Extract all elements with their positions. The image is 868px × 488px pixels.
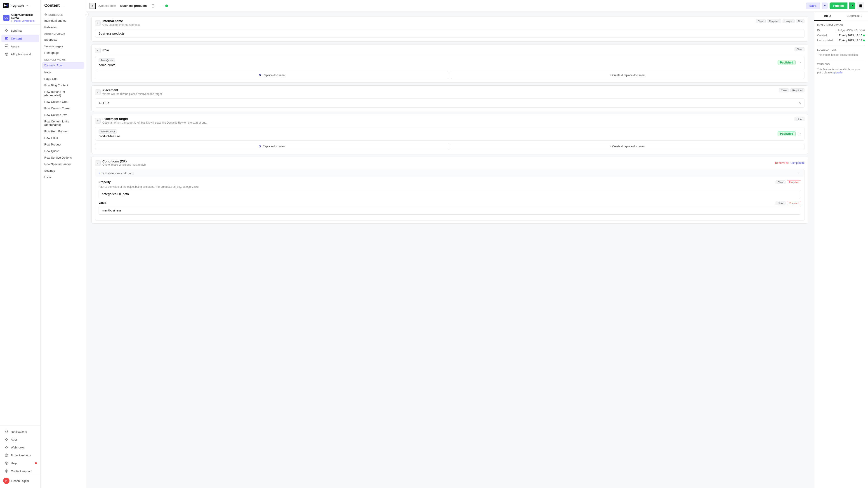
sidebar-item-schema[interactable]: Schema [1,27,39,34]
placement-collapse[interactable]: ▾ [95,90,101,95]
component-button[interactable]: Component [790,161,804,164]
placement-clear-tag[interactable]: Clear [779,88,789,92]
sidebar-item-webhooks[interactable]: Webhooks [1,444,39,451]
logo-menu-dots[interactable]: ··· [26,3,30,8]
remove-all-button[interactable]: Remove all [775,161,789,164]
row-clear-tag[interactable]: Clear [795,47,804,51]
row-column-three-link[interactable]: Row Column Three [41,105,86,111]
internal-name-body [92,29,808,41]
internal-name-clear-tag[interactable]: Clear [756,19,766,23]
sidebar-item-apps[interactable]: Apps [1,435,39,443]
conditions-collapse[interactable]: ▾ [95,160,101,166]
row-special-banner-link[interactable]: Row Special Banner [41,161,86,167]
publish-dropdown-button[interactable] [849,2,855,9]
svg-rect-14 [7,440,8,441]
placement-target-item-tag: Row Product [98,129,117,133]
sidebar-item-api[interactable]: API playground [1,51,39,58]
user-area[interactable]: R Reach Digital [0,475,40,486]
sidebar-item-content[interactable]: Content [1,35,39,42]
row-links-link[interactable]: Row Links [41,135,86,141]
tab-info[interactable]: INFO [814,12,841,21]
placement-target-label: Placement target [102,117,207,121]
row-column-two-link[interactable]: Row Column Two [41,111,86,118]
sidebar-item-notifications[interactable]: Notifications [1,428,39,435]
placement-target-menu-dots[interactable]: ··· [798,132,801,136]
placement-target-item-info: Row Product product-feature [98,129,120,138]
upgrade-link[interactable]: upgrade [833,71,842,74]
blogposts-link[interactable]: Blogposts [41,36,86,43]
condition-value-clear-tag[interactable]: Clear [776,201,785,205]
condition-property-clear-tag[interactable]: Clear [776,180,785,184]
copy-icon-button[interactable] [150,3,156,9]
org-avatar: GC [3,15,9,21]
row-collapse[interactable]: ▾ [95,48,101,53]
condition-property-description: Path to the value of the object being ev… [98,185,801,188]
publish-button[interactable]: Publish [830,2,847,9]
project-settings-label: Project settings [11,454,31,457]
condition-item-collapse[interactable]: ▾ [98,172,100,175]
content-sidebar-menu-dots[interactable]: ··· [61,4,64,8]
entry-created-label: Created [817,34,827,37]
org-area[interactable]: GC GraphCommerce Demo Master Environment [0,11,40,25]
condition-property-header: Property Clear Required [98,180,801,184]
bell-icon [4,429,8,433]
sidebar-item-contact-support[interactable]: Contact support [1,467,39,475]
releases-link[interactable]: Releases [41,24,86,31]
svg-rect-2 [7,29,8,30]
internal-name-collapse[interactable]: ▾ [95,20,101,26]
info-divider-2 [817,60,865,60]
usps-link[interactable]: Usps [41,174,86,181]
row-hero-banner-link[interactable]: Row Hero Banner [41,128,86,135]
panel-toggle-button[interactable] [857,2,864,9]
sidebar-item-assets[interactable]: Assets [1,42,39,50]
updated-status-dot [863,39,865,41]
placement-target-create-button[interactable]: + Create & replace document [451,143,804,150]
left-sidebar: hygraph ··· GC GraphCommerce Demo Master… [0,0,41,488]
internal-name-title-tag: Title [796,19,804,23]
row-quote-link[interactable]: Row Quote [41,148,86,154]
main-area: Dynamic Row Business products ··· Save P… [86,0,868,488]
conditions-label-group: Conditions (OR) One of these conditions … [102,160,146,166]
placement-clear-x[interactable]: ✕ [798,101,801,105]
replace-document-button[interactable]: Replace document [95,72,449,79]
tab-comments[interactable]: COMMENTS [841,12,868,21]
entry-updated-label: Last updated [817,39,833,42]
individual-entries-link[interactable]: Individual entries [41,18,86,24]
condition-item-menu-dots[interactable]: ··· [798,171,801,175]
row-field-label: Row [102,48,109,52]
row-content-links-link[interactable]: Row Content Links (deprecated) [41,118,86,128]
row-button-list-link[interactable]: Row Button List (deprecated) [41,89,86,98]
page-link[interactable]: Page [41,69,86,75]
row-blog-content-link[interactable]: Row Blog Content [41,82,86,89]
placement-target-replace-button[interactable]: Replace document [95,143,449,150]
internal-name-input[interactable] [95,29,804,38]
placement-target-clear-tag[interactable]: Clear [795,117,804,121]
breadcrumb-parent[interactable]: Dynamic Row [98,4,116,7]
back-button[interactable] [90,3,96,9]
right-panel-tabs: INFO COMMENTS [814,12,868,21]
left-collapse-button[interactable]: « [86,12,89,17]
entry-updated-row: Last updated 31 Aug 2023, 12:18 [817,39,865,42]
condition-property-input[interactable] [98,190,801,198]
save-dropdown-button[interactable] [822,2,828,9]
service-pages-link[interactable]: Service pages [41,43,86,50]
internal-name-unique-tag: Unique [782,19,795,23]
homepage-link[interactable]: Homepage [41,50,86,56]
sidebar-item-project-settings[interactable]: Project settings [1,451,39,459]
dynamic-row-link[interactable]: Dynamic Row [42,62,84,69]
save-button[interactable]: Save [806,2,820,9]
settings-link[interactable]: Settings [41,167,86,174]
entry-menu-dots[interactable]: ··· [158,3,164,9]
condition-value-input[interactable] [98,206,801,215]
row-product-link[interactable]: Row Product [41,141,86,148]
row-item-menu-dots[interactable]: ··· [798,61,801,65]
conditions-actions: Remove all Component [775,161,804,164]
create-replace-document-button[interactable]: + Create & replace document [451,72,804,79]
page-link-link[interactable]: Page Link [41,75,86,82]
placement-field: ▾ Placement Where will the row be placed… [91,86,808,111]
sidebar-item-help[interactable]: Help [1,459,39,467]
sync-icon-2 [258,145,261,148]
row-column-one-link[interactable]: Row Column One [41,98,86,105]
row-service-options-link[interactable]: Row Service Options [41,154,86,161]
placement-target-collapse[interactable]: ▾ [95,118,101,124]
